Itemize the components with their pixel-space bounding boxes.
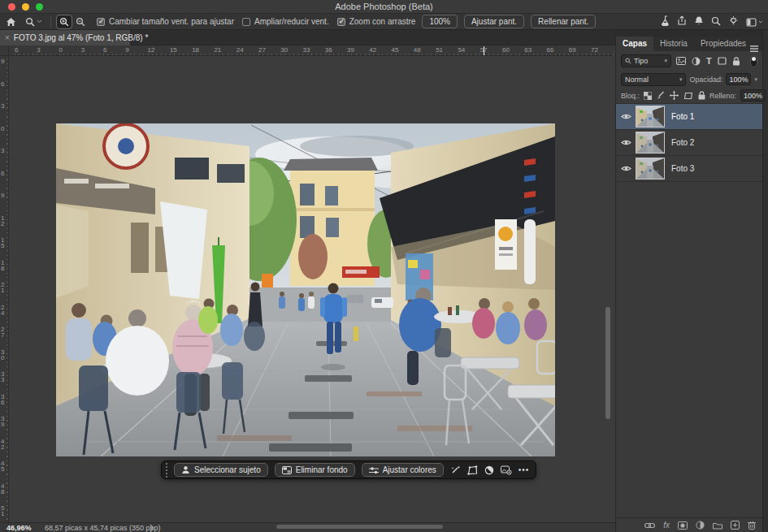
opacity-value: 100% xyxy=(729,76,748,84)
lock-artboard-icon[interactable] xyxy=(683,92,693,100)
ruler-number: 45 xyxy=(392,46,399,54)
fill-screen-button[interactable]: Rellenar pant. xyxy=(531,15,596,28)
filter-type-dropdown[interactable]: Tipo ▾ xyxy=(621,54,671,67)
magic-wand-icon[interactable] xyxy=(450,465,461,475)
layer-row-foto-1[interactable]: Foto 1 xyxy=(616,104,762,130)
zoom-all-windows-checkbox[interactable] xyxy=(242,18,250,26)
visibility-eye-icon[interactable] xyxy=(616,139,636,146)
layer-thumbnail[interactable] xyxy=(636,106,665,128)
layer-mask-icon[interactable] xyxy=(678,521,688,530)
street-photo-illustration xyxy=(56,123,555,456)
chevron-down-icon[interactable]: ▾ xyxy=(754,76,757,83)
workspace-switcher-icon[interactable] xyxy=(746,18,763,27)
layer-name[interactable]: Foto 3 xyxy=(671,164,694,173)
tab-historia[interactable]: Historia xyxy=(653,37,694,51)
vertical-ruler[interactable]: 96303691215182124273033363942454851 xyxy=(0,56,9,522)
home-icon[interactable] xyxy=(0,15,21,29)
type-layer-filter-icon[interactable]: T xyxy=(706,57,712,66)
ruler-number: 21 xyxy=(1,282,4,293)
ruler-number: 21 xyxy=(214,46,221,54)
smart-object-filter-icon[interactable] xyxy=(732,57,740,66)
blend-mode-dropdown[interactable]: Normal ▾ xyxy=(621,73,686,86)
zoom-100-button[interactable]: 100% xyxy=(422,15,458,28)
sliders-icon xyxy=(369,466,379,474)
lock-all-icon[interactable] xyxy=(698,91,705,100)
zoom-in-button[interactable] xyxy=(57,15,72,28)
layer-style-fx-icon[interactable]: fx xyxy=(663,521,670,530)
transform-icon[interactable] xyxy=(467,465,478,475)
horizontal-ruler[interactable]: 6303691215182124273033363942454851545760… xyxy=(9,45,614,56)
blend-mode-row: Normal ▾ Opacidad: 100% ▾ xyxy=(616,71,762,88)
visibility-eye-icon[interactable] xyxy=(616,165,636,172)
select-subject-button[interactable]: Seleccionar sujeto xyxy=(174,463,268,477)
canvas-vertical-scrollbar[interactable] xyxy=(605,307,610,419)
resize-window-checkbox[interactable] xyxy=(97,18,105,26)
filter-toggle-switch[interactable] xyxy=(750,55,757,67)
window-title: Adobe Photoshop (Beta) xyxy=(0,2,768,11)
remove-background-label: Eliminar fondo xyxy=(296,465,348,474)
layer-row-foto-3[interactable]: Foto 3 xyxy=(616,156,762,182)
ruler-number: 15 xyxy=(1,237,4,249)
ruler-number: 9 xyxy=(1,192,4,198)
collapsed-dock-strip xyxy=(762,30,768,532)
canvas-photo[interactable] xyxy=(56,123,555,456)
adjust-colors-button[interactable]: Ajustar colores xyxy=(362,463,444,477)
chevron-down-icon xyxy=(37,19,42,24)
lock-pixels-brush-icon[interactable] xyxy=(657,91,665,100)
adjustment-layer-filter-icon[interactable] xyxy=(692,57,701,66)
visibility-eye-icon[interactable] xyxy=(616,113,636,120)
ruler-number: 30 xyxy=(1,349,4,361)
new-group-folder-icon[interactable] xyxy=(713,521,722,530)
opacity-field[interactable]: 100% xyxy=(726,73,751,85)
zoom-tool-icon[interactable] xyxy=(21,15,46,29)
zoom-level-field[interactable]: 46,96% xyxy=(7,524,32,532)
tab-propiedades[interactable]: Propiedades xyxy=(694,37,753,51)
panel-dock-gap xyxy=(614,30,768,37)
canvas-horizontal-scrollbar[interactable] xyxy=(276,525,443,529)
ruler-number: 9 xyxy=(1,58,4,64)
close-tab-icon[interactable]: × xyxy=(5,33,10,42)
remove-background-button[interactable]: Eliminar fondo xyxy=(275,463,355,477)
search-icon[interactable] xyxy=(711,15,721,29)
resize-window-checkbox-group[interactable]: Cambiar tamaño vent. para ajustar xyxy=(97,17,234,26)
layer-thumbnail[interactable] xyxy=(636,158,665,179)
beta-flask-icon[interactable] xyxy=(660,15,670,29)
share-icon[interactable] xyxy=(677,15,687,29)
lock-position-icon[interactable] xyxy=(670,91,679,100)
shape-layer-filter-icon[interactable] xyxy=(718,57,727,65)
ruler-number: 3 xyxy=(81,46,85,54)
layer-thumbnail[interactable] xyxy=(636,132,665,154)
link-layers-icon[interactable] xyxy=(644,522,655,529)
delete-layer-trash-icon[interactable] xyxy=(748,521,756,530)
new-layer-icon[interactable] xyxy=(731,521,740,530)
fit-screen-button[interactable]: Ajustar pant. xyxy=(464,15,524,28)
ruler-number: 12 xyxy=(1,215,4,227)
scrubby-zoom-checkbox-group[interactable]: Zoom con arrastre xyxy=(337,17,416,26)
pixel-layer-filter-icon[interactable] xyxy=(676,57,686,65)
bell-icon[interactable] xyxy=(694,15,704,29)
document-tab-bar: × FOTO 3.jpg al 47% (Foto 1, RGB/8) * xyxy=(0,30,615,45)
layers-panel: Capas Historia Propiedades Tipo ▾ T Norm xyxy=(615,37,762,532)
more-options-icon[interactable]: ••• xyxy=(519,465,530,474)
ruler-number: 39 xyxy=(347,46,354,54)
document-tab[interactable]: × FOTO 3.jpg al 47% (Foto 1, RGB/8) * xyxy=(0,30,130,45)
image-settings-icon[interactable] xyxy=(501,465,512,475)
panel-menu-icon[interactable] xyxy=(750,41,758,55)
ruler-number: 33 xyxy=(1,371,4,383)
taskbar-drag-handle-icon[interactable] xyxy=(166,463,167,478)
adjustment-layer-icon[interactable] xyxy=(696,521,705,530)
fill-field[interactable]: 100% xyxy=(740,89,766,102)
ruler-number: 39 xyxy=(1,416,4,427)
zoom-out-button[interactable] xyxy=(73,15,88,28)
zoom-all-windows-checkbox-group[interactable]: Ampliar/reducir vent. xyxy=(242,17,329,26)
lock-transparency-icon[interactable] xyxy=(644,92,652,100)
status-chevron-icon[interactable]: ❯ xyxy=(149,524,154,531)
ruler-number: 30 xyxy=(280,46,288,54)
layer-name[interactable]: Foto 1 xyxy=(671,112,694,121)
scrubby-zoom-checkbox[interactable] xyxy=(337,18,345,26)
discover-lightbulb-icon[interactable] xyxy=(728,15,739,29)
tab-capas[interactable]: Capas xyxy=(616,37,653,51)
adjustment-icon[interactable] xyxy=(484,465,494,475)
layer-name[interactable]: Foto 2 xyxy=(671,138,694,147)
layer-row-foto-2[interactable]: Foto 2 xyxy=(616,130,762,156)
